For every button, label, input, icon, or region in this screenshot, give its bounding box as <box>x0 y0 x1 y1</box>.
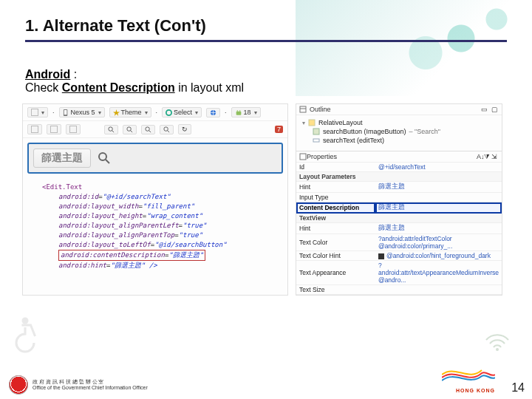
error-count-badge[interactable]: 7 <box>275 126 283 133</box>
designer-panel: · Nexus 5 Theme · Select · 18 <box>22 103 288 296</box>
xml-source: <Edit.Text android:id="@+id/searchText" … <box>23 178 287 278</box>
title-block: 1. Alternate Text (Con't) <box>25 16 507 42</box>
outline-header: Outline ▭ ▢ <box>296 104 502 115</box>
svg-rect-22 <box>313 139 319 142</box>
zoom-fit-button[interactable] <box>123 125 137 134</box>
minimize-icon[interactable]: ▭ <box>481 106 488 113</box>
prop-row-hint[interactable]: Hint篩選主題 <box>296 182 502 193</box>
designer-palette-dropdown[interactable] <box>27 107 48 117</box>
svg-point-16 <box>99 153 106 160</box>
layout-icon <box>308 119 316 126</box>
device-preview-area: 篩選主題 <box>23 138 287 178</box>
svg-rect-20 <box>309 120 315 126</box>
prop-row-textcolor[interactable]: Text Color?android:attr/editTextColor @a… <box>296 234 502 251</box>
properties-section: Properties A↓ ⧩ ⇲ Id@+id/searchText Layo… <box>296 151 502 295</box>
zoom-in-button[interactable] <box>141 125 155 134</box>
expand-all-icon[interactable]: ⇲ <box>491 153 499 160</box>
outline-title: Outline <box>310 106 331 113</box>
filter-icon[interactable]: ⧩ <box>484 153 491 160</box>
svg-point-7 <box>239 110 240 112</box>
prop-section-layout[interactable]: Layout Parameters <box>296 172 502 182</box>
svg-point-6 <box>236 110 238 112</box>
xml-highlight-content-description: android:contentDescription="篩選主題" <box>58 250 205 261</box>
edittext-icon <box>313 137 320 144</box>
prop-row-textcolorhint[interactable]: Text Color Hint@android:color/hint_foreg… <box>296 251 502 261</box>
hk-brand-logo: HONG KONG <box>442 363 495 393</box>
toolbar-sep-icon: · <box>156 109 158 116</box>
gov-logo: 政 府 資 訊 科 技 總 監 辦 公 室 Office of the Gove… <box>9 375 148 395</box>
wifi-watermark-icon <box>485 332 510 355</box>
tree-item-relativelayout[interactable]: ▾ RelativeLayout <box>302 118 497 127</box>
prop-row-id[interactable]: Id@+id/searchText <box>296 163 502 172</box>
svg-rect-18 <box>300 106 306 112</box>
locale-button[interactable] <box>206 108 220 117</box>
viewport-button[interactable] <box>66 124 81 134</box>
slide-body: Android : Check Content Description in l… <box>25 68 244 95</box>
properties-table: Id@+id/searchText Layout Parameters Hint… <box>296 163 502 295</box>
svg-line-15 <box>167 130 169 132</box>
designer-toolbar-1: · Nexus 5 Theme · Select · 18 <box>23 104 287 121</box>
screenshots-row: · Nexus 5 Theme · Select · 18 <box>22 103 510 296</box>
accessibility-watermark-icon <box>7 312 52 359</box>
svg-line-9 <box>112 130 114 132</box>
outline-icon <box>299 106 307 113</box>
svg-line-17 <box>106 160 109 163</box>
tree-item-searchtext[interactable]: searchText (editText) <box>302 136 497 145</box>
designer-toolbar-2: ↻ 7 <box>23 121 287 138</box>
nightmode-button[interactable] <box>47 124 61 134</box>
prop-row-textappearance[interactable]: Text Appearance?android:attr/textAppeara… <box>296 261 502 285</box>
decorative-background <box>296 0 532 96</box>
slide-footer: 政 府 資 訊 科 技 總 監 辦 公 室 Office of the Gove… <box>0 359 532 399</box>
device-frame: 篩選主題 <box>27 143 283 174</box>
key-term: Content Description <box>62 81 175 94</box>
theme-dropdown[interactable]: Theme <box>109 107 151 117</box>
org-name: 政 府 資 訊 科 技 總 監 辦 公 室 Office of the Gove… <box>33 379 148 390</box>
tree-expand-icon[interactable]: ▾ <box>302 120 305 126</box>
search-icon[interactable] <box>97 151 112 166</box>
page-number: 14 <box>511 381 525 395</box>
zoom-reset-button[interactable] <box>160 125 174 134</box>
outline-tree: ▾ RelativeLayout searchButton (ImageButt… <box>296 115 502 151</box>
svg-point-25 <box>496 348 499 351</box>
prop-row-inputtype[interactable]: Input Type <box>296 193 502 202</box>
maximize-icon[interactable]: ▢ <box>491 106 499 113</box>
toolbar-sep-icon: · <box>225 109 227 116</box>
svg-marker-2 <box>113 109 120 116</box>
prop-row-hint2[interactable]: Hint篩選主題 <box>296 223 502 234</box>
svg-point-24 <box>22 318 29 324</box>
sort-az-icon[interactable]: A↓ <box>477 153 484 160</box>
xml-tag-open: <Edit.Text <box>42 183 82 191</box>
svg-rect-21 <box>313 129 319 134</box>
zoom-out-button[interactable] <box>104 125 118 134</box>
refresh-button[interactable]: ↻ <box>178 124 191 134</box>
tree-item-searchbutton[interactable]: searchButton (ImageButton) – "Search" <box>302 127 497 136</box>
prop-section-textview[interactable]: TextView <box>296 214 502 223</box>
search-edittext-preview[interactable]: 篩選主題 <box>33 149 91 168</box>
imagebutton-icon <box>313 128 320 135</box>
crest-icon <box>9 375 28 395</box>
svg-rect-1 <box>64 109 66 114</box>
svg-point-3 <box>166 109 171 115</box>
properties-icon <box>299 153 307 160</box>
orientation-button[interactable] <box>27 124 42 134</box>
prop-row-textsize[interactable]: Text Size <box>296 285 502 295</box>
title-underline <box>25 40 507 42</box>
svg-line-11 <box>130 130 132 132</box>
hk-brand-text: HONG KONG <box>442 388 495 393</box>
platform-label: Android <box>25 68 70 81</box>
outline-properties-panel: Outline ▭ ▢ ▾ RelativeLayout searchButto… <box>296 103 502 296</box>
device-dropdown[interactable]: Nexus 5 <box>59 107 105 117</box>
prop-row-content-description[interactable]: Content Description篩選主題 <box>296 202 502 214</box>
toolbar-sep-icon: · <box>52 109 55 116</box>
svg-rect-23 <box>300 154 306 160</box>
activity-dropdown[interactable]: Select <box>162 107 202 117</box>
android-api-dropdown[interactable]: 18 <box>231 107 261 117</box>
svg-line-13 <box>149 130 151 132</box>
slide-title: 1. Alternate Text (Con't) <box>25 16 507 35</box>
properties-title: Properties <box>307 153 337 160</box>
svg-rect-5 <box>236 111 241 115</box>
